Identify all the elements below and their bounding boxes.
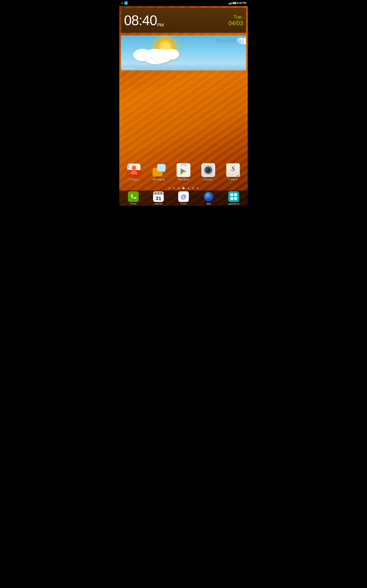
camera-app-icon[interactable]: Camera [198,163,218,181]
weather-background: RootzWiki AccuWeather.com [121,35,246,70]
page-dot-5[interactable] [188,187,189,189]
page-dot-6[interactable] [192,187,194,189]
smemo-pen [235,175,238,177]
camera-lens-reflect [207,169,209,170]
status-time: 8:40 PM [237,2,246,4]
message-bubble-small [157,164,166,171]
playstore-app-icon[interactable]: Play Store [174,163,193,181]
spiral-ring-4 [128,171,129,173]
camera-label: Camera [204,178,213,181]
contacts-label: Contacts [129,178,139,181]
spiral-ring-1 [128,165,129,166]
battery-icon: ⚡ [233,2,236,4]
calendar-icon-img: 31 [153,191,164,202]
applications-dock-icon[interactable]: Applications [224,191,244,205]
signal-bar-2 [229,3,230,4]
page-dot-3[interactable] [178,187,179,189]
calendar-spirals [155,192,162,194]
signal-bar-1 [228,4,229,4]
bottom-dock: Phone 31 Calendar @ Email [119,190,248,206]
contacts-spiral [128,165,129,175]
email-dock-icon[interactable]: @ Email [174,191,193,205]
smemo-label: S Memo [228,178,238,181]
applications-icon-img [228,191,239,202]
page-dots [119,187,248,189]
calendar-dock-icon[interactable]: 31 Calendar [149,191,168,205]
battery-fill: ⚡ [233,2,236,4]
play-logo-svg [180,168,187,175]
spiral-ring-2 [128,167,129,168]
apps-square-2 [234,193,237,196]
messaging-icon-img [152,163,166,177]
messaging-app-icon[interactable]: Messaging [149,163,169,181]
usb-icon: ⚡ [121,2,123,4]
calendar-date-number: 31 [153,196,163,201]
spiral-ring-3 [128,169,129,170]
rootzwiki-watermark: RootzWiki [216,38,244,44]
web-icon-img [203,191,214,202]
page-dot-2[interactable] [173,187,175,189]
phone-icon-img [128,191,139,202]
phone-dock-icon[interactable]: Phone [123,191,143,205]
clock-period: PM [157,22,163,27]
signal-bars [228,2,232,4]
cal-spiral-2 [158,192,159,194]
accuweather-attribution: AccuWeather.com [123,68,136,69]
cloud-puff-4 [164,49,179,60]
app-dock: Contacts Messaging [119,160,248,184]
page-dot-1[interactable] [169,187,170,189]
camera-body [203,165,214,175]
phone-dock-label: Phone [130,203,136,205]
main-cloud [133,44,179,64]
contacts-person-figure [130,165,137,174]
applications-grid [229,191,239,202]
status-bar: ⚡ S ⚡ 8:40 PM [119,0,248,6]
clock-hours-minutes: 08:40 [124,13,157,28]
person-body [130,170,137,174]
apps-square-4 [234,197,237,200]
camera-lens-inner [206,167,211,173]
clock-date: 04/03 [228,20,243,27]
clock-day: Tue. [228,14,243,20]
messaging-label: Messaging [153,178,165,181]
camera-lens-outer [204,166,212,174]
calendar-dock-label: Calendar [154,203,163,205]
skype-icon: S [124,1,128,5]
person-head [132,165,136,170]
cal-spiral-3 [161,192,162,194]
web-dock-label: Web [206,203,211,205]
contacts-icon-img [127,163,141,177]
clock-widget[interactable]: 08:40PM Tue. 04/03 [121,8,246,33]
weather-widget[interactable]: RootzWiki AccuWeather.com [121,35,246,70]
globe-svg [204,191,214,202]
email-dock-label: Email [181,203,186,205]
apps-square-1 [230,193,233,196]
applications-dock-label: Applications [228,203,240,205]
cal-spiral-1 [155,192,156,194]
camera-icon-img [201,163,215,177]
playstore-label: Play Store [178,178,189,181]
spiral-ring-5 [128,173,129,174]
phone-svg [130,194,136,200]
signal-bar-4 [231,2,232,4]
contacts-app-icon[interactable]: Contacts [124,163,144,181]
clock-time-display: 08:40PM [124,13,163,27]
play-logo [180,168,187,175]
apps-square-3 [230,197,233,200]
cloud-puff-2 [133,49,151,61]
page-dot-4-active[interactable] [183,187,184,189]
status-right-icons: ⚡ 8:40 PM [228,2,246,4]
web-dock-icon[interactable]: Web [199,191,218,205]
calendar-header [153,191,163,195]
smemo-icon-img: S [226,163,240,177]
smemo-app-icon[interactable]: S S Memo [223,163,243,181]
battery-bolt-icon: ⚡ [233,2,235,4]
page-dot-7[interactable] [197,187,198,189]
playstore-icon-img [177,163,190,177]
signal-bar-3 [230,3,231,4]
phone-screen: ⚡ S ⚡ 8:40 PM 08:40PM Tue. 04/0 [119,0,248,206]
smemo-s-letter: S [231,165,235,173]
email-at-symbol: @ [181,193,186,200]
status-left-icons: ⚡ S [121,1,128,5]
clock-date-display: Tue. 04/03 [228,14,243,27]
